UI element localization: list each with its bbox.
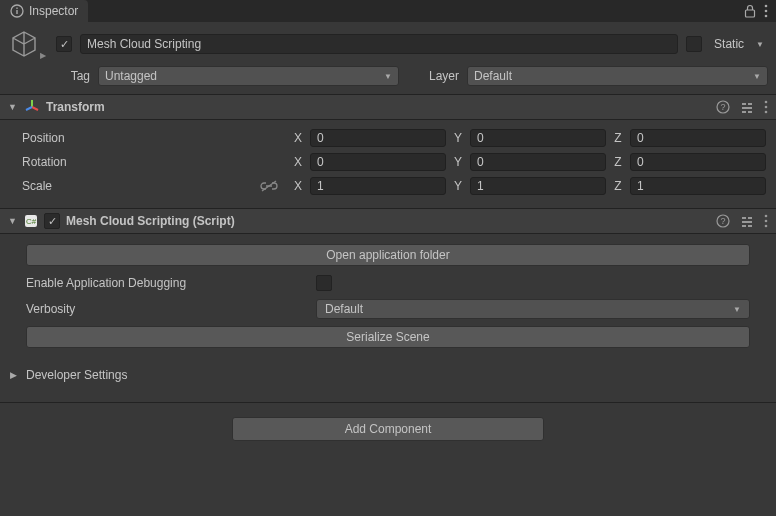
script-icon: C# bbox=[24, 214, 38, 228]
foldout-icon: ▼ bbox=[8, 216, 18, 226]
lock-icon[interactable] bbox=[744, 4, 756, 18]
axis-x-label: X bbox=[292, 131, 304, 145]
rotation-label: Rotation bbox=[22, 155, 292, 169]
foldout-icon: ▼ bbox=[8, 102, 18, 112]
transform-fields: Position X 0 Y 0 Z 0 Rotation X 0 Y 0 Z … bbox=[0, 120, 776, 208]
script-title: Mesh Cloud Scripting (Script) bbox=[66, 214, 710, 228]
axis-y-label: Y bbox=[452, 179, 464, 193]
position-x-field[interactable]: 0 bbox=[310, 129, 446, 147]
svg-rect-29 bbox=[748, 225, 752, 227]
kebab-icon[interactable] bbox=[764, 100, 768, 114]
scale-y-field[interactable]: 1 bbox=[470, 177, 606, 195]
svg-point-5 bbox=[765, 10, 768, 13]
svg-rect-27 bbox=[742, 221, 752, 223]
scale-z-field[interactable]: 1 bbox=[630, 177, 766, 195]
svg-rect-2 bbox=[16, 8, 17, 9]
svg-rect-12 bbox=[742, 103, 746, 105]
svg-rect-25 bbox=[742, 217, 746, 219]
transform-title: Transform bbox=[46, 100, 710, 114]
svg-rect-3 bbox=[746, 10, 755, 17]
script-enabled-checkbox[interactable] bbox=[44, 213, 60, 229]
tag-label: Tag bbox=[56, 69, 90, 83]
axis-y-label: Y bbox=[452, 131, 464, 145]
developer-settings-foldout[interactable]: ▶ Developer Settings bbox=[0, 362, 776, 388]
scale-link-icon[interactable] bbox=[260, 180, 278, 192]
rotation-x-field[interactable]: 0 bbox=[310, 153, 446, 171]
position-y-field[interactable]: 0 bbox=[470, 129, 606, 147]
svg-rect-15 bbox=[742, 111, 746, 113]
icon-foldout[interactable]: ▶ bbox=[40, 51, 46, 60]
chevron-down-icon: ▼ bbox=[733, 305, 741, 314]
svg-rect-28 bbox=[742, 225, 746, 227]
verbosity-dropdown[interactable]: Default ▼ bbox=[316, 299, 750, 319]
developer-settings-label: Developer Settings bbox=[26, 368, 127, 382]
axis-z-label: Z bbox=[612, 155, 624, 169]
rotation-z-field[interactable]: 0 bbox=[630, 153, 766, 171]
serialize-scene-button[interactable]: Serialize Scene bbox=[26, 326, 750, 348]
svg-point-19 bbox=[765, 111, 768, 114]
axis-x-label: X bbox=[292, 179, 304, 193]
tab-bar: Inspector bbox=[0, 0, 776, 22]
svg-point-30 bbox=[765, 215, 768, 218]
layer-dropdown[interactable]: Default ▼ bbox=[467, 66, 768, 86]
static-dropdown-arrow[interactable]: ▼ bbox=[756, 40, 768, 49]
tag-dropdown[interactable]: Untagged ▼ bbox=[98, 66, 399, 86]
axis-z-label: Z bbox=[612, 179, 624, 193]
svg-point-6 bbox=[765, 15, 768, 18]
svg-text:?: ? bbox=[720, 102, 725, 112]
transform-icon bbox=[24, 99, 40, 115]
preset-icon[interactable] bbox=[740, 100, 754, 114]
svg-line-9 bbox=[26, 107, 32, 110]
static-label: Static bbox=[710, 37, 748, 51]
svg-rect-13 bbox=[748, 103, 752, 105]
open-application-folder-button[interactable]: Open application folder bbox=[26, 244, 750, 266]
static-checkbox[interactable] bbox=[686, 36, 702, 52]
verbosity-label: Verbosity bbox=[26, 302, 316, 316]
position-z-field[interactable]: 0 bbox=[630, 129, 766, 147]
layer-value: Default bbox=[474, 69, 512, 83]
enable-debug-label: Enable Application Debugging bbox=[26, 276, 316, 290]
add-component-section: Add Component bbox=[0, 402, 776, 455]
svg-text:C#: C# bbox=[26, 217, 37, 226]
svg-point-17 bbox=[765, 101, 768, 104]
enable-debug-checkbox[interactable] bbox=[316, 275, 332, 291]
axis-x-label: X bbox=[292, 155, 304, 169]
gameobject-header: ▶ Mesh Cloud Scripting Static ▼ bbox=[0, 22, 776, 64]
gameobject-icon[interactable] bbox=[8, 28, 40, 60]
svg-point-18 bbox=[765, 106, 768, 109]
tag-value: Untagged bbox=[105, 69, 157, 83]
svg-point-32 bbox=[765, 225, 768, 228]
gameobject-name-field[interactable]: Mesh Cloud Scripting bbox=[80, 34, 678, 54]
svg-point-4 bbox=[765, 5, 768, 8]
inspector-tab[interactable]: Inspector bbox=[0, 0, 88, 22]
svg-text:?: ? bbox=[720, 216, 725, 226]
help-icon[interactable]: ? bbox=[716, 214, 730, 228]
foldout-icon: ▶ bbox=[10, 370, 20, 380]
svg-rect-1 bbox=[16, 10, 17, 14]
layer-label: Layer bbox=[415, 69, 459, 83]
tab-title: Inspector bbox=[29, 4, 78, 18]
kebab-icon[interactable] bbox=[764, 214, 768, 228]
chevron-down-icon: ▼ bbox=[753, 72, 761, 81]
scale-label: Scale bbox=[22, 179, 52, 193]
preset-icon[interactable] bbox=[740, 214, 754, 228]
axis-z-label: Z bbox=[612, 131, 624, 145]
axis-y-label: Y bbox=[452, 155, 464, 169]
scale-x-field[interactable]: 1 bbox=[310, 177, 446, 195]
rotation-y-field[interactable]: 0 bbox=[470, 153, 606, 171]
kebab-icon[interactable] bbox=[764, 4, 768, 18]
script-component-header[interactable]: ▼ C# Mesh Cloud Scripting (Script) ? bbox=[0, 208, 776, 234]
tag-layer-row: Tag Untagged ▼ Layer Default ▼ bbox=[0, 64, 776, 94]
help-icon[interactable]: ? bbox=[716, 100, 730, 114]
add-component-button[interactable]: Add Component bbox=[232, 417, 544, 441]
svg-rect-14 bbox=[742, 107, 752, 109]
position-label: Position bbox=[22, 131, 292, 145]
svg-point-31 bbox=[765, 220, 768, 223]
verbosity-value: Default bbox=[325, 302, 363, 316]
info-icon bbox=[10, 4, 24, 18]
transform-header[interactable]: ▼ Transform ? bbox=[0, 94, 776, 120]
active-checkbox[interactable] bbox=[56, 36, 72, 52]
svg-rect-16 bbox=[748, 111, 752, 113]
svg-line-8 bbox=[32, 107, 38, 110]
svg-rect-26 bbox=[748, 217, 752, 219]
